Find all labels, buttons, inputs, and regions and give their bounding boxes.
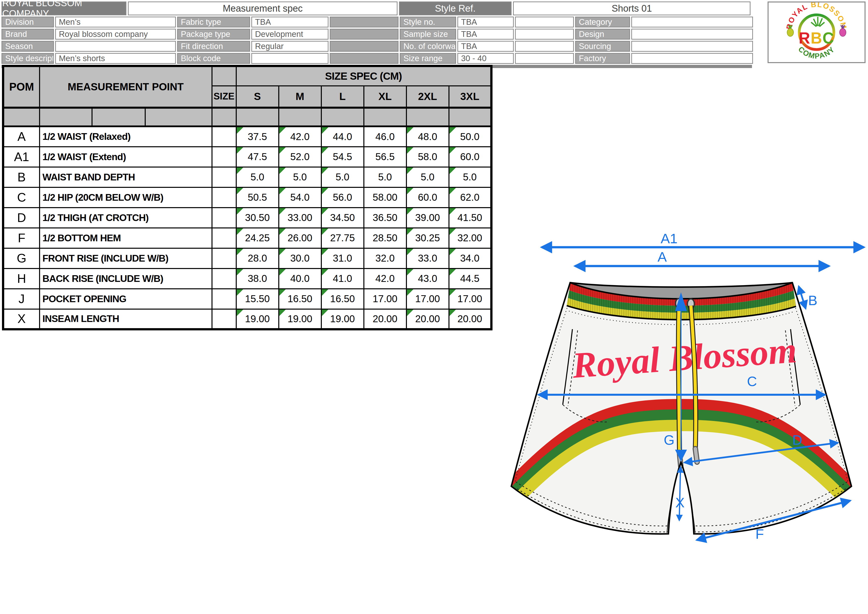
value-cell-l[interactable]: 34.50 <box>321 208 364 228</box>
field-value-sample-size[interactable]: TBA <box>457 29 514 40</box>
value-cell-2xl[interactable]: 60.0 <box>406 187 449 208</box>
value-cell-l[interactable]: 5.0 <box>321 167 364 187</box>
measurement-point-cell[interactable]: 1/2 WAIST (Extend) <box>40 147 212 167</box>
value-cell-xl[interactable]: 32.0 <box>364 248 406 269</box>
value-cell-s[interactable]: 47.5 <box>236 147 279 167</box>
measurement-point-cell[interactable]: 1/2 THIGH (AT CROTCH) <box>40 208 212 228</box>
field-value-package-type[interactable]: Development <box>251 29 329 40</box>
value-cell-l[interactable]: 54.5 <box>321 147 364 167</box>
value-cell-xl[interactable]: 46.0 <box>364 126 406 147</box>
value-cell-m[interactable]: 40.0 <box>279 269 321 289</box>
pom-code-cell[interactable]: F <box>3 228 40 248</box>
field-value-fabric-type[interactable]: TBA <box>251 17 329 28</box>
field-value-division[interactable]: Men’s <box>55 17 176 28</box>
measurement-point-cell[interactable]: FRONT RISE (INCLUDE W/B) <box>40 248 212 269</box>
size-blank-cell[interactable] <box>212 147 236 167</box>
size-blank-cell[interactable] <box>212 187 236 208</box>
value-cell-s[interactable]: 19.00 <box>236 309 279 330</box>
size-blank-cell[interactable] <box>212 126 236 147</box>
measurement-point-cell[interactable]: BACK RISE (INCLUDE W/B) <box>40 269 212 289</box>
value-cell-xl[interactable]: 17.00 <box>364 289 406 309</box>
measurement-point-cell[interactable]: INSEAM LENGTH <box>40 309 212 330</box>
pom-code-cell[interactable]: J <box>3 289 40 309</box>
value-cell-xl[interactable]: 58.00 <box>364 187 406 208</box>
value-cell-s[interactable]: 15.50 <box>236 289 279 309</box>
value-cell-3xl[interactable]: 60.0 <box>449 147 491 167</box>
pom-code-cell[interactable]: B <box>3 167 40 187</box>
value-cell-xl[interactable]: 20.00 <box>364 309 406 330</box>
value-cell-3xl[interactable]: 34.0 <box>449 248 491 269</box>
value-cell-xl[interactable]: 36.50 <box>364 208 406 228</box>
value-cell-2xl[interactable]: 43.0 <box>406 269 449 289</box>
value-cell-m[interactable]: 16.50 <box>279 289 321 309</box>
value-cell-2xl[interactable]: 39.00 <box>406 208 449 228</box>
size-blank-cell[interactable] <box>212 208 236 228</box>
measurement-point-cell[interactable]: 1/2 WAIST (Relaxed) <box>40 126 212 147</box>
value-cell-m[interactable]: 33.00 <box>279 208 321 228</box>
value-cell-xl[interactable]: 5.0 <box>364 167 406 187</box>
pom-code-cell[interactable]: X <box>3 309 40 330</box>
value-cell-s[interactable]: 5.0 <box>236 167 279 187</box>
value-cell-m[interactable]: 19.00 <box>279 309 321 330</box>
size-blank-cell[interactable] <box>212 228 236 248</box>
value-cell-3xl[interactable]: 44.5 <box>449 269 491 289</box>
size-blank-cell[interactable] <box>212 309 236 330</box>
value-cell-s[interactable]: 38.0 <box>236 269 279 289</box>
value-cell-m[interactable]: 26.00 <box>279 228 321 248</box>
value-cell-s[interactable]: 30.50 <box>236 208 279 228</box>
value-cell-l[interactable]: 41.0 <box>321 269 364 289</box>
value-cell-3xl[interactable]: 17.00 <box>449 289 491 309</box>
value-cell-m[interactable]: 52.0 <box>279 147 321 167</box>
value-cell-xl[interactable]: 42.0 <box>364 269 406 289</box>
field-value-brand[interactable]: Royal blossom company <box>55 29 176 40</box>
value-cell-l[interactable]: 19.00 <box>321 309 364 330</box>
measurement-point-cell[interactable]: POCKET OPENING <box>40 289 212 309</box>
value-cell-l[interactable]: 16.50 <box>321 289 364 309</box>
value-cell-2xl[interactable]: 33.0 <box>406 248 449 269</box>
value-cell-2xl[interactable]: 17.00 <box>406 289 449 309</box>
value-cell-xl[interactable]: 28.50 <box>364 228 406 248</box>
field-value-colorway[interactable]: TBA <box>457 41 514 52</box>
size-blank-cell[interactable] <box>212 248 236 269</box>
field-value-category[interactable] <box>631 17 753 28</box>
value-cell-m[interactable]: 42.0 <box>279 126 321 147</box>
field-value-sourcing[interactable] <box>631 41 753 52</box>
value-cell-2xl[interactable]: 58.0 <box>406 147 449 167</box>
field-value-season[interactable] <box>55 41 176 52</box>
field-value-design[interactable] <box>631 29 753 40</box>
value-cell-m[interactable]: 5.0 <box>279 167 321 187</box>
value-cell-2xl[interactable]: 48.0 <box>406 126 449 147</box>
value-cell-m[interactable]: 54.0 <box>279 187 321 208</box>
value-cell-2xl[interactable]: 20.00 <box>406 309 449 330</box>
value-cell-2xl[interactable]: 30.25 <box>406 228 449 248</box>
pom-code-cell[interactable]: D <box>3 208 40 228</box>
field-value-factory[interactable] <box>631 53 753 64</box>
field-value-block-code[interactable] <box>251 53 329 64</box>
value-cell-3xl[interactable]: 62.0 <box>449 187 491 208</box>
pom-code-cell[interactable]: C <box>3 187 40 208</box>
value-cell-3xl[interactable]: 20.00 <box>449 309 491 330</box>
size-blank-cell[interactable] <box>212 167 236 187</box>
style-ref-value[interactable]: Shorts 01 <box>513 2 750 16</box>
field-value-size-range[interactable]: 30 - 40 <box>457 53 514 64</box>
value-cell-s[interactable]: 37.5 <box>236 126 279 147</box>
size-blank-cell[interactable] <box>212 289 236 309</box>
field-value-fit-direction[interactable]: Regular <box>251 41 329 52</box>
value-cell-xl[interactable]: 56.5 <box>364 147 406 167</box>
value-cell-l[interactable]: 44.0 <box>321 126 364 147</box>
value-cell-s[interactable]: 28.0 <box>236 248 279 269</box>
measurement-point-cell[interactable]: 1/2 HIP (20CM BELOW W/B) <box>40 187 212 208</box>
value-cell-3xl[interactable]: 32.00 <box>449 228 491 248</box>
value-cell-l[interactable]: 27.75 <box>321 228 364 248</box>
measurement-point-cell[interactable]: WAIST BAND DEPTH <box>40 167 212 187</box>
pom-code-cell[interactable]: H <box>3 269 40 289</box>
value-cell-l[interactable]: 31.0 <box>321 248 364 269</box>
value-cell-s[interactable]: 24.25 <box>236 228 279 248</box>
value-cell-3xl[interactable]: 50.0 <box>449 126 491 147</box>
measurement-point-cell[interactable]: 1/2 BOTTOM HEM <box>40 228 212 248</box>
value-cell-3xl[interactable]: 41.50 <box>449 208 491 228</box>
field-value-style-no[interactable]: TBA <box>457 17 514 28</box>
field-value-style-description[interactable]: Men’s shorts <box>55 53 176 64</box>
value-cell-3xl[interactable]: 5.0 <box>449 167 491 187</box>
pom-code-cell[interactable]: G <box>3 248 40 269</box>
